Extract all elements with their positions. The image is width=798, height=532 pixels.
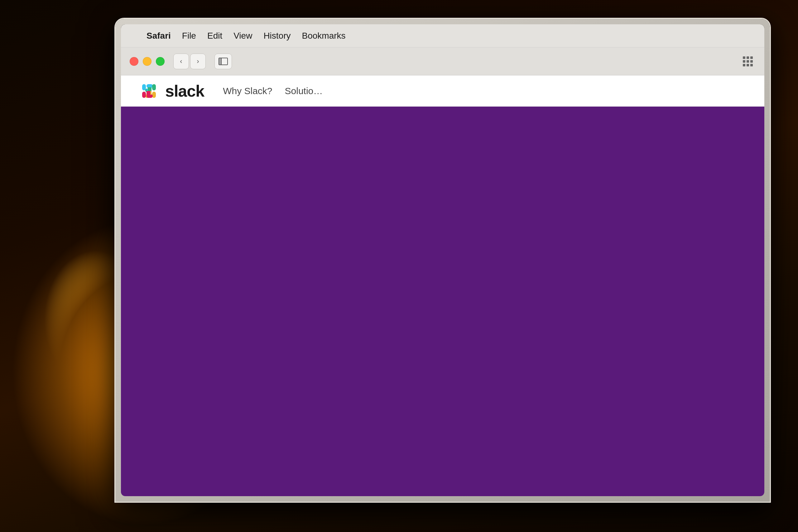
grid-dot-2 bbox=[746, 56, 749, 59]
nav-why-slack[interactable]: Why Slack? bbox=[223, 86, 272, 96]
grid-dot-9 bbox=[750, 64, 753, 66]
safari-toolbar: ‹ › bbox=[121, 48, 764, 75]
slack-logo[interactable]: slack bbox=[140, 82, 204, 100]
close-button[interactable] bbox=[130, 57, 138, 66]
menubar-view[interactable]: View bbox=[228, 29, 258, 43]
grid-dot-4 bbox=[743, 60, 745, 63]
slack-wordmark: slack bbox=[165, 82, 204, 100]
menubar-safari[interactable]: Safari bbox=[141, 29, 176, 43]
sidebar-toggle-button[interactable] bbox=[214, 54, 232, 69]
sidebar-toggle-icon bbox=[218, 58, 228, 65]
slack-logo-icon bbox=[140, 82, 158, 100]
svg-rect-9 bbox=[148, 87, 152, 91]
menubar-history[interactable]: History bbox=[258, 29, 296, 43]
traffic-lights bbox=[130, 57, 165, 66]
svg-rect-11 bbox=[147, 91, 150, 95]
forward-icon: › bbox=[197, 57, 199, 65]
minimize-button[interactable] bbox=[143, 57, 152, 66]
slack-hero-section bbox=[121, 107, 764, 496]
screen-bezel: Safari File Edit View History Bookmarks … bbox=[121, 24, 764, 496]
grid-dot-7 bbox=[743, 64, 745, 66]
slack-navbar: slack Why Slack? Solutio… bbox=[121, 75, 764, 107]
grid-dot-8 bbox=[746, 64, 749, 66]
svg-rect-2 bbox=[152, 84, 156, 90]
grid-icon bbox=[743, 56, 753, 66]
menubar-edit[interactable]: Edit bbox=[202, 29, 228, 43]
nav-solutions[interactable]: Solutio… bbox=[285, 86, 323, 96]
menubar-bookmarks[interactable]: Bookmarks bbox=[297, 29, 351, 43]
maximize-button[interactable] bbox=[156, 57, 165, 66]
grid-dot-3 bbox=[750, 56, 753, 59]
svg-rect-0 bbox=[142, 84, 146, 90]
extensions-button[interactable] bbox=[740, 54, 756, 69]
menubar-file[interactable]: File bbox=[176, 29, 202, 43]
svg-rect-4 bbox=[152, 92, 156, 98]
grid-dot-5 bbox=[746, 60, 749, 63]
slack-nav-items: Why Slack? Solutio… bbox=[223, 86, 323, 96]
svg-rect-6 bbox=[142, 92, 146, 98]
webpage-content: slack Why Slack? Solutio… bbox=[121, 75, 764, 496]
grid-dot-1 bbox=[743, 56, 745, 59]
nav-buttons: ‹ › bbox=[173, 54, 206, 69]
back-button[interactable]: ‹ bbox=[173, 54, 189, 69]
back-icon: ‹ bbox=[180, 57, 182, 65]
laptop-frame: Safari File Edit View History Bookmarks … bbox=[115, 19, 770, 502]
forward-button[interactable]: › bbox=[190, 54, 206, 69]
macos-menubar: Safari File Edit View History Bookmarks bbox=[121, 24, 764, 48]
grid-dot-6 bbox=[750, 60, 753, 63]
